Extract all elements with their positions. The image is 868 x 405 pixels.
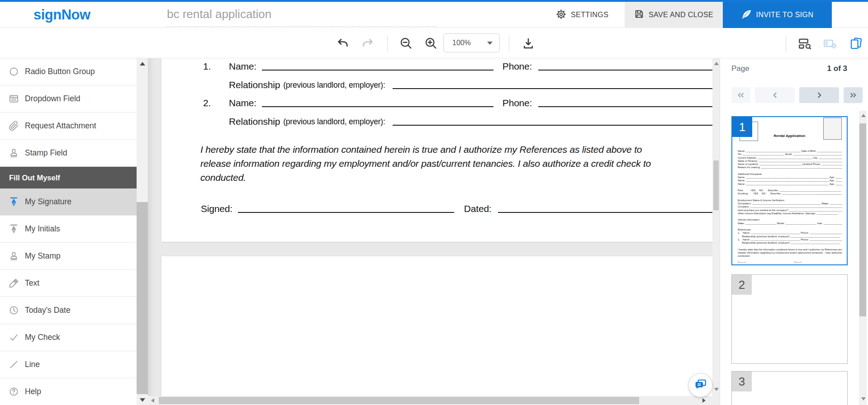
dated-line[interactable]	[498, 212, 712, 213]
sidebar-scroll-up-icon[interactable]	[140, 62, 145, 66]
text-icon	[8, 278, 19, 289]
sidebar-item-label: Radio Button Group	[25, 67, 95, 76]
relationship-line[interactable]	[393, 88, 712, 89]
invite-to-sign-button[interactable]: INVITE TO SIGN	[723, 2, 832, 28]
save-and-close-button[interactable]: SAVE AND CLOSE	[625, 2, 723, 28]
relationship-hint: (previous landlord, employer):	[283, 80, 385, 90]
sidebar-item-my-stamp[interactable]: My Stamp	[0, 243, 137, 270]
document-scroll-left-icon[interactable]	[151, 398, 154, 403]
undo-button[interactable]	[335, 28, 351, 58]
panel-scroll-up-icon[interactable]	[861, 114, 866, 117]
sidebar-item-text[interactable]: Text	[0, 270, 137, 297]
page-thumbnail-3[interactable]: 3	[731, 371, 848, 405]
thumbnail-form-line	[738, 186, 842, 189]
reference-name-row: 1.Name:Phone:	[161, 58, 712, 72]
relationship-line[interactable]	[393, 125, 712, 126]
initials-icon	[8, 224, 19, 235]
sidebar-item-label: Request Attachment	[25, 121, 96, 131]
sidebar-item-label: My Check	[25, 333, 60, 342]
document-title-input[interactable]: bc rental application	[167, 2, 271, 26]
document-scrollbar-track[interactable]	[712, 58, 720, 396]
save-and-close-label: SAVE AND CLOSE	[649, 11, 713, 19]
sidebar-item-line[interactable]: Line	[0, 351, 137, 378]
sidebar-scrollbar-thumb[interactable]	[137, 202, 148, 394]
phone-line[interactable]	[538, 70, 712, 71]
zoom-out-button[interactable]	[398, 28, 413, 58]
relationship-label: Relationship	[229, 116, 280, 127]
document-page-1[interactable]: 1.Name:Phone:Relationship(previous landl…	[161, 58, 712, 242]
reference-number: 1.	[203, 61, 229, 72]
page-thumbnail-2[interactable]: 2	[731, 274, 848, 364]
signed-line[interactable]	[238, 212, 454, 213]
chevron-left-icon	[772, 92, 778, 99]
sidebar-item-radio-button-group[interactable]: Radio Button Group	[0, 58, 137, 85]
document-viewport: 1.Name:Phone:Relationship(previous landl…	[148, 58, 712, 396]
affidavit-paragraph: I hereby state that the information cont…	[200, 142, 712, 184]
chat-button[interactable]	[689, 374, 712, 397]
document-page-2[interactable]	[161, 256, 712, 396]
previous-page-button[interactable]	[755, 87, 795, 103]
document-scroll-right-icon[interactable]	[702, 398, 706, 403]
page-number-badge: 3	[732, 372, 752, 391]
document-scroll-down-icon[interactable]	[714, 388, 719, 391]
line-icon	[8, 359, 19, 370]
name-line[interactable]	[262, 106, 493, 107]
thumbnail-form-line: Employment Status & Income Verification:	[738, 199, 842, 202]
settings-button[interactable]: SETTINGS	[545, 2, 619, 28]
dated-label: Dated:	[464, 203, 492, 214]
attachment-icon	[8, 121, 19, 132]
settings-label: SETTINGS	[571, 11, 608, 19]
zoom-level-value: 100%	[452, 39, 471, 47]
sidebar-item-help[interactable]: Help	[0, 378, 137, 405]
page-number-badge: 2	[732, 275, 752, 295]
thumbnail-form-line: Current Address: _______________________…	[738, 156, 842, 160]
reference-entry: 1.Name:Phone:Relationship(previous landl…	[161, 58, 712, 90]
zoom-level-select[interactable]: 100%	[443, 33, 500, 52]
sidebar-item-my-signature[interactable]: My Signature	[0, 188, 137, 216]
sidebar-item-label: Line	[25, 360, 40, 369]
sidebar-item-request-attachment[interactable]: Request Attachment	[0, 113, 137, 140]
copy-pages-button[interactable]	[847, 28, 865, 58]
thumbnail-form-line: Occupation: ____________________________…	[738, 202, 842, 205]
chat-icon	[694, 379, 707, 392]
signed-label: Signed:	[201, 203, 232, 214]
next-page-button[interactable]	[799, 87, 839, 103]
reference-entry: 2.Name:Phone:Relationship(previous landl…	[161, 95, 712, 127]
thumbnail-form-line: Name of Landlord: ______________________…	[738, 163, 842, 166]
affidavit-line: I hereby state that the information cont…	[200, 142, 712, 156]
save-icon	[634, 9, 644, 21]
thumbnail-form-line	[738, 196, 842, 199]
zoom-in-button[interactable]	[423, 28, 438, 58]
field-settings-button[interactable]	[821, 28, 839, 58]
last-page-button[interactable]	[844, 87, 863, 103]
signnow-logo[interactable]: signNow	[33, 2, 90, 28]
name-line[interactable]	[262, 70, 493, 71]
sidebar-item-my-check[interactable]: My Check	[0, 324, 137, 351]
sidebar-scroll-down-icon[interactable]	[140, 398, 145, 402]
signnow-editor: signNow bc rental application SETTINGS S…	[0, 0, 868, 405]
document-scrollbar-thumb[interactable]	[713, 160, 719, 210]
toolbar-separator	[387, 35, 388, 52]
document-hscrollbar-thumb[interactable]	[159, 397, 639, 404]
sidebar-item-my-initials[interactable]: My Initials	[0, 216, 137, 243]
redo-button[interactable]	[360, 28, 375, 58]
phone-line[interactable]	[538, 106, 712, 107]
copy-pages-icon	[849, 37, 863, 50]
name-label: Name:	[229, 98, 256, 108]
document-fields-search-button[interactable]	[796, 28, 814, 58]
sidebar-item-label: My Stamp	[25, 251, 61, 261]
sidebar-item-stamp-field[interactable]: Stamp Field	[0, 140, 137, 167]
document-scroll-up-icon[interactable]	[714, 62, 719, 65]
panel-scroll-down-icon[interactable]	[861, 397, 866, 400]
first-page-button[interactable]	[731, 87, 750, 103]
scrollbar-corner	[712, 396, 720, 405]
page-thumbnail-1[interactable]: 1 Rental Application Name: _____________…	[731, 116, 848, 265]
sidebar-item-todays-date[interactable]: Today's Date	[0, 297, 137, 324]
thumbnail-form-line: Signed: ________________________________…	[738, 261, 842, 263]
panel-scrollbar-thumb[interactable]	[859, 123, 866, 316]
thumbnail-form-line	[738, 225, 842, 228]
sidebar-item-label: My Signature	[25, 197, 71, 207]
download-button[interactable]	[520, 28, 536, 58]
sidebar-item-dropdown-field[interactable]: Dropdown Field	[0, 85, 137, 113]
gear-icon	[556, 9, 566, 21]
